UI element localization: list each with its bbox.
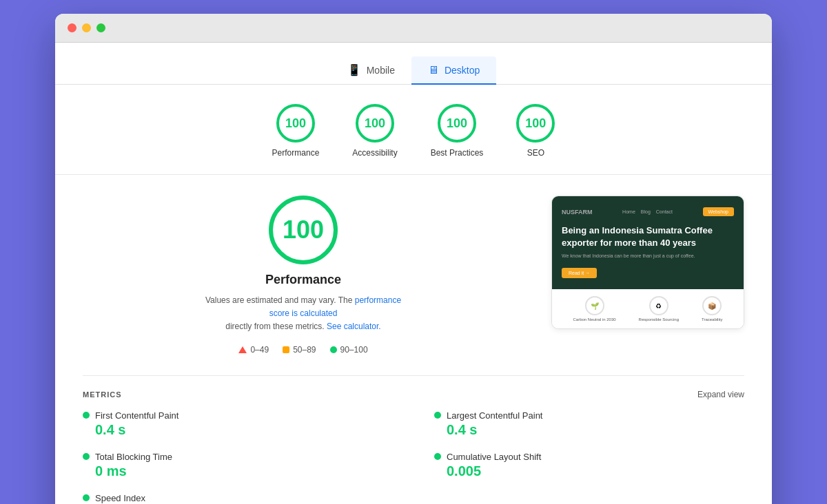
legend-ni-range: 50–89: [293, 345, 316, 355]
metric-si-dot: [83, 494, 90, 501]
score-seo: 100 SEO: [516, 104, 555, 158]
nav-link-blog: Blog: [641, 209, 651, 214]
footer-icon-2: 📦: [702, 296, 722, 315]
footer-label-2: Traceability: [702, 317, 722, 322]
metric-si-name-row: Speed Index: [83, 493, 393, 503]
needs-improvement-icon: [283, 346, 289, 353]
score-label-accessibility: Accessibility: [352, 148, 397, 158]
score-label-performance: Performance: [272, 148, 320, 158]
metric-cls-name: Cumulative Layout Shift: [447, 452, 541, 462]
legend-poor: 0–49: [238, 345, 269, 355]
metric-tbt: Total Blocking Time 0 ms: [83, 452, 393, 479]
score-circle-seo: 100: [516, 104, 555, 143]
metric-cls-name-row: Cumulative Layout Shift: [434, 452, 744, 462]
score-best-practices: 100 Best Practices: [431, 104, 484, 158]
footer-item-1: ♻ Responsible Sourcing: [639, 296, 679, 322]
main-content: 100 Performance Values are estimated and…: [55, 175, 772, 375]
score-label-seo: SEO: [527, 148, 544, 158]
footer-icon-0: 🌱: [585, 296, 604, 315]
preview-headline: Being an Indonesia Sumatra Coffee export…: [562, 224, 734, 249]
metric-lcp-name-row: Largest Contentful Paint: [434, 410, 744, 421]
tab-desktop-label: Desktop: [445, 65, 480, 76]
score-value-accessibility: 100: [365, 116, 385, 131]
score-accessibility: 100 Accessibility: [352, 104, 397, 158]
legend-good-range: 90–100: [340, 345, 368, 355]
main-score-panel: 100 Performance Values are estimated and…: [83, 196, 524, 355]
metric-lcp-value: 0.4 s: [434, 422, 744, 438]
legend-row: 0–49 50–89 90–100: [238, 345, 367, 355]
maximize-button[interactable]: [96, 23, 105, 32]
close-button[interactable]: [68, 23, 76, 32]
preview-nav: NUSFARM Home Blog Contact Webshop: [562, 207, 734, 216]
footer-item-0: 🌱 Carbon Neutral in 2030: [573, 296, 616, 322]
main-score-info: Values are estimated and may vary. The p…: [200, 294, 407, 334]
score-circle-performance: 100: [276, 104, 315, 143]
score-label-best-practices: Best Practices: [431, 148, 484, 158]
expand-view-button[interactable]: Expand view: [697, 390, 744, 399]
preview-panel: NUSFARM Home Blog Contact Webshop Being …: [551, 196, 744, 329]
mobile-icon: 📱: [347, 63, 361, 76]
nav-link-contact: Contact: [656, 209, 673, 214]
main-score-value: 100: [283, 216, 324, 244]
metrics-section: METRICS Expand view First Contentful Pai…: [55, 375, 772, 504]
metrics-header: METRICS Expand view: [83, 390, 744, 399]
metric-fcp-name-row: First Contentful Paint: [83, 410, 393, 421]
good-icon: [330, 346, 337, 353]
tab-mobile-label: Mobile: [367, 65, 395, 76]
metric-tbt-name-row: Total Blocking Time: [83, 452, 393, 462]
metric-cls-dot: [434, 453, 441, 460]
score-value-performance: 100: [285, 116, 306, 131]
preview-header: NUSFARM Home Blog Contact Webshop Being …: [552, 196, 744, 289]
info-text-1: Values are estimated and may vary. The: [205, 295, 355, 305]
metric-fcp: First Contentful Paint 0.4 s: [83, 410, 393, 438]
footer-icon-1: ♻: [649, 296, 668, 315]
metric-si-name: Speed Index: [95, 493, 145, 503]
metric-tbt-value: 0 ms: [83, 463, 393, 479]
poor-icon: [238, 346, 247, 353]
metric-si: Speed Index 0.5 s: [83, 493, 393, 504]
score-value-seo: 100: [525, 116, 546, 131]
tab-desktop[interactable]: 🖥 Desktop: [411, 56, 496, 85]
metric-fcp-name: First Contentful Paint: [95, 410, 178, 421]
preview-cta-nav: Webshop: [703, 207, 734, 216]
metric-tbt-dot: [83, 453, 90, 460]
metric-tbt-name: Total Blocking Time: [95, 452, 172, 462]
metric-cls: Cumulative Layout Shift 0.005: [434, 452, 744, 479]
minimize-button[interactable]: [82, 23, 91, 32]
metric-fcp-value: 0.4 s: [83, 422, 393, 438]
main-score-title: Performance: [265, 273, 341, 287]
preview-nav-links: Home Blog Contact: [622, 209, 673, 214]
nav-link-home: Home: [622, 209, 635, 214]
browser-content: 📱 Mobile 🖥 Desktop 100 Performance 100 A…: [55, 43, 772, 504]
browser-titlebar: [55, 14, 772, 43]
score-circle-best-practices: 100: [438, 104, 476, 143]
metrics-grid: First Contentful Paint 0.4 s Largest Con…: [83, 410, 744, 504]
metric-lcp: Largest Contentful Paint 0.4 s: [434, 410, 744, 438]
legend-good: 90–100: [330, 345, 368, 355]
preview-subtext: We know that Indonesia can be more than …: [562, 253, 734, 258]
tab-mobile[interactable]: 📱 Mobile: [331, 56, 411, 85]
metric-lcp-name: Largest Contentful Paint: [447, 410, 542, 421]
legend-needs-improvement: 50–89: [283, 345, 316, 355]
footer-label-1: Responsible Sourcing: [639, 317, 679, 322]
tabs-row: 📱 Mobile 🖥 Desktop: [55, 43, 772, 85]
calculator-link[interactable]: See calculator.: [327, 322, 381, 331]
preview-cta-button: Read it →: [562, 268, 597, 278]
metric-cls-value: 0.005: [434, 463, 744, 479]
desktop-icon: 🖥: [428, 64, 439, 76]
score-performance: 100 Performance: [272, 104, 320, 158]
preview-footer: 🌱 Carbon Neutral in 2030 ♻ Responsible S…: [552, 289, 744, 328]
score-circle-accessibility: 100: [356, 104, 394, 143]
metrics-divider: [83, 375, 744, 376]
footer-item-2: 📦 Traceability: [702, 296, 722, 322]
metric-lcp-dot: [434, 412, 441, 419]
score-value-best-practices: 100: [447, 116, 467, 131]
footer-label-0: Carbon Neutral in 2030: [573, 317, 616, 322]
preview-card: NUSFARM Home Blog Contact Webshop Being …: [551, 196, 744, 329]
browser-window: 📱 Mobile 🖥 Desktop 100 Performance 100 A…: [55, 14, 772, 504]
main-score-circle: 100: [269, 196, 338, 264]
metrics-title: METRICS: [83, 390, 122, 399]
metric-fcp-dot: [83, 412, 90, 419]
preview-logo: NUSFARM: [562, 209, 593, 216]
info-text-2: directly from these metrics.: [225, 322, 327, 331]
